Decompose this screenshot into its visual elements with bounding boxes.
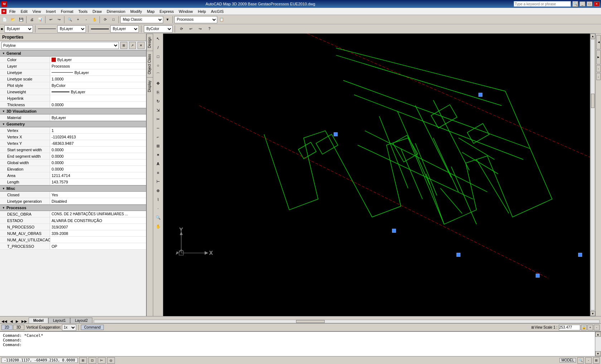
tool-scale[interactable]: ⇲ [154,106,163,114]
vtab-display[interactable]: Display [147,77,153,95]
plot-btn[interactable]: 📊 [36,16,44,24]
tool-insert[interactable]: ⊕ [154,186,163,195]
tool-hatch[interactable]: ≡ [154,168,163,177]
tool-move[interactable]: ✥ [154,79,163,88]
object-type-select[interactable]: Polyline [1,42,119,49]
h-scroll-thumb[interactable] [296,320,325,323]
cmd-scroll-up[interactable]: ▲ [595,332,601,337]
canvas-area[interactable]: Y X [163,34,595,316]
menu-view[interactable]: View [30,9,43,14]
view3d-btn[interactable]: □ [110,16,117,24]
right-tool-2[interactable]: ▶ [596,50,601,64]
menu-dimension[interactable]: Dimension [105,9,127,14]
extra-btn1[interactable]: ⟳ [178,25,185,33]
view-scale-lock[interactable]: 🔒 [581,325,587,330]
new-btn[interactable]: 📄 [1,16,9,24]
scroll-prev-tab[interactable]: ◀◀ [0,319,9,323]
menu-insert[interactable]: Insert [44,9,58,14]
zoomin-btn[interactable]: + [74,16,82,24]
tab-layout2[interactable]: Layout2 [70,318,92,323]
layer-select[interactable]: Processos [174,16,217,23]
clear-selection-btn[interactable]: ✕ [137,42,145,49]
v-scroll-thumb[interactable] [591,94,595,108]
zoom-btn[interactable]: 🔍 [66,16,74,24]
menu-map[interactable]: Map [145,9,156,14]
menu-express[interactable]: Express [157,9,176,14]
toggle-pickadd[interactable]: ⊞ [120,42,127,49]
workspace-btn[interactable]: ▼ [164,16,171,24]
extra-btn3[interactable]: ↪ [196,25,204,33]
tool-explode[interactable]: ✶ [154,151,163,159]
tool-trim[interactable]: ✂ [154,115,163,123]
btn-3d[interactable]: 3D [13,325,24,330]
tool-rect[interactable]: □ [154,52,163,61]
open-btn[interactable]: 📂 [9,16,17,24]
section-geometry[interactable]: Geometry [0,121,146,127]
view-scale-plus[interactable]: + [587,325,593,330]
menu-arcgis[interactable]: ArcGIS [209,9,226,14]
vtab-design[interactable]: Design [147,34,153,51]
command-input[interactable] [22,343,592,347]
scroll-down-btn[interactable]: ▼ [590,311,595,316]
pan-btn[interactable]: ✋ [91,16,98,24]
tab-layout1[interactable]: Layout1 [48,318,71,323]
tool-fillet[interactable]: ⌐ [154,133,163,141]
scroll-up-btn[interactable]: ▲ [590,34,595,39]
tool-circle[interactable]: ○ [154,61,163,70]
maximize-btn[interactable]: □ [587,1,592,6]
menu-tools[interactable]: Tools [76,9,90,14]
tool-copy[interactable]: ⎘ [154,88,163,97]
cmd-scroll-down[interactable]: ▼ [595,351,601,356]
close-btn[interactable]: ✕ [594,1,600,6]
tool-extend[interactable]: ↔ [154,124,163,132]
cmd-v-scrollbar[interactable]: ▲ ▼ [595,332,601,356]
tool-rotate[interactable]: ↻ [154,97,163,105]
status-snap-icon[interactable]: ⊞ [79,357,87,364]
menu-edit[interactable]: Edit [19,9,30,14]
tool-line[interactable]: / [154,43,163,52]
vert-exag-select[interactable]: 1x 2x 5x [62,324,76,331]
status-grid-icon[interactable]: ⊡ [88,357,96,364]
section-3d-viz[interactable]: 3D Visualization [0,108,146,114]
section-general[interactable]: General [0,50,146,56]
extra-btn2[interactable]: ↩ [187,25,195,33]
status-zoom-in[interactable]: 🔍 [577,357,584,364]
linetype-select[interactable]: ByLayer [57,25,86,33]
menu-file[interactable]: File [7,9,18,14]
save-btn[interactable]: 💾 [17,16,25,24]
scroll-prev-tab2[interactable]: ◀ [9,319,14,323]
zoomout-btn[interactable]: - [82,16,90,24]
status-zoom-out[interactable]: - [585,357,592,364]
tool-select[interactable]: ↖ [154,34,163,43]
btn-command[interactable]: Command [81,325,104,330]
menu-help[interactable]: Help [196,9,208,14]
scroll-next-tab2[interactable]: ▶ [14,319,20,323]
status-polar-icon[interactable]: ◎ [107,357,115,364]
color-select[interactable]: ByLayer [4,25,33,33]
tool-arc[interactable]: ⌒ [154,70,163,79]
redo-btn[interactable]: ↪ [55,16,63,24]
right-tool-3[interactable]: ↑ [596,65,601,72]
status-ortho-icon[interactable]: ⊢ [98,357,106,364]
workspace-select[interactable]: Map Classic [120,16,163,23]
help-btn[interactable]: ? [205,25,213,33]
tool-pan[interactable]: ✋ [154,222,163,231]
btn-2d[interactable]: 2D [1,325,13,330]
menu-format[interactable]: Format [59,9,76,14]
vtab-object-class[interactable]: Object Class [147,51,153,77]
minimize-btn[interactable]: _ [580,1,585,6]
section-misc[interactable]: Misc [0,185,146,192]
layer-mgr-btn[interactable]: 📋 [218,16,226,24]
tool-polyline[interactable]: ⌇ [154,195,163,204]
right-tool-4[interactable]: ↓ [596,73,601,80]
menu-modify[interactable]: Modify [128,9,144,14]
select-objects-btn[interactable]: ↗ [129,42,136,49]
menu-window[interactable]: Window [177,9,195,14]
status-zoom-all[interactable]: ⊞ [593,357,600,364]
tool-zoom[interactable]: 🔍 [154,213,163,222]
tool-text[interactable]: A [154,159,163,168]
search-input[interactable] [514,1,571,7]
tab-model[interactable]: Model [29,318,48,323]
undo-btn[interactable]: ↩ [47,16,55,24]
menu-draw[interactable]: Draw [90,9,104,14]
